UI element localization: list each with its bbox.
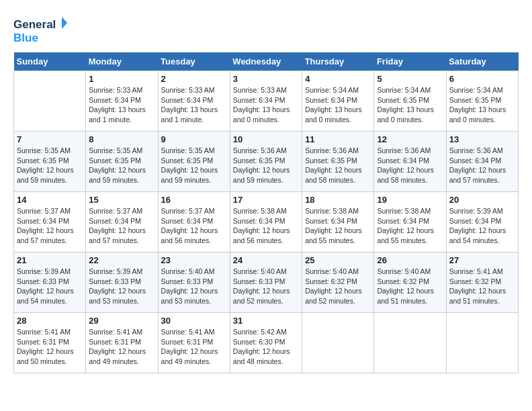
day-number: 19 bbox=[377, 195, 443, 205]
cell-info: Sunrise: 5:37 AMSunset: 6:34 PMDaylight:… bbox=[89, 207, 146, 244]
cell-info: Sunrise: 5:34 AMSunset: 6:34 PMDaylight:… bbox=[305, 86, 362, 124]
cell-info: Sunrise: 5:36 AMSunset: 6:35 PMDaylight:… bbox=[233, 146, 290, 184]
calendar-cell: 23Sunrise: 5:40 AMSunset: 6:33 PMDayligh… bbox=[158, 253, 230, 313]
day-number: 24 bbox=[233, 255, 299, 265]
calendar-cell: 30Sunrise: 5:41 AMSunset: 6:31 PMDayligh… bbox=[158, 313, 230, 373]
day-number: 21 bbox=[17, 255, 83, 265]
column-header-saturday: Saturday bbox=[446, 52, 518, 71]
column-header-tuesday: Tuesday bbox=[158, 52, 230, 71]
cell-info: Sunrise: 5:37 AMSunset: 6:34 PMDaylight:… bbox=[17, 207, 74, 244]
calendar-cell: 11Sunrise: 5:36 AMSunset: 6:35 PMDayligh… bbox=[302, 132, 374, 192]
cell-info: Sunrise: 5:35 AMSunset: 6:35 PMDaylight:… bbox=[17, 146, 74, 184]
column-header-friday: Friday bbox=[374, 52, 446, 71]
day-number: 28 bbox=[17, 316, 83, 326]
calendar-cell: 2Sunrise: 5:33 AMSunset: 6:34 PMDaylight… bbox=[158, 71, 230, 132]
day-number: 31 bbox=[233, 316, 299, 326]
calendar-cell: 29Sunrise: 5:41 AMSunset: 6:31 PMDayligh… bbox=[86, 313, 158, 373]
cell-info: Sunrise: 5:39 AMSunset: 6:34 PMDaylight:… bbox=[449, 207, 506, 244]
logo-svg: General Blue bbox=[13, 13, 67, 47]
calendar-cell: 7Sunrise: 5:35 AMSunset: 6:35 PMDaylight… bbox=[14, 132, 86, 192]
day-number: 1 bbox=[89, 74, 154, 84]
day-number: 3 bbox=[233, 74, 299, 84]
day-number: 26 bbox=[377, 255, 443, 265]
calendar-cell: 25Sunrise: 5:40 AMSunset: 6:32 PMDayligh… bbox=[302, 253, 374, 313]
day-number: 5 bbox=[377, 74, 443, 84]
calendar-week-row: 21Sunrise: 5:39 AMSunset: 6:33 PMDayligh… bbox=[14, 253, 519, 313]
day-number: 30 bbox=[161, 316, 227, 326]
column-header-sunday: Sunday bbox=[14, 52, 86, 71]
cell-info: Sunrise: 5:34 AMSunset: 6:35 PMDaylight:… bbox=[449, 86, 506, 124]
calendar-cell: 3Sunrise: 5:33 AMSunset: 6:34 PMDaylight… bbox=[230, 71, 302, 132]
calendar-cell: 31Sunrise: 5:42 AMSunset: 6:30 PMDayligh… bbox=[230, 313, 302, 373]
calendar-cell: 10Sunrise: 5:36 AMSunset: 6:35 PMDayligh… bbox=[230, 132, 302, 192]
column-header-monday: Monday bbox=[86, 52, 158, 71]
calendar-cell: 26Sunrise: 5:40 AMSunset: 6:32 PMDayligh… bbox=[374, 253, 446, 313]
calendar-cell: 19Sunrise: 5:38 AMSunset: 6:34 PMDayligh… bbox=[374, 192, 446, 253]
cell-info: Sunrise: 5:33 AMSunset: 6:34 PMDaylight:… bbox=[89, 86, 146, 124]
calendar-week-row: 14Sunrise: 5:37 AMSunset: 6:34 PMDayligh… bbox=[14, 192, 519, 253]
day-number: 8 bbox=[89, 134, 154, 144]
day-number: 27 bbox=[449, 255, 515, 265]
day-number: 11 bbox=[305, 134, 371, 144]
calendar-cell: 9Sunrise: 5:35 AMSunset: 6:35 PMDaylight… bbox=[158, 132, 230, 192]
day-number: 13 bbox=[449, 134, 515, 144]
day-number: 10 bbox=[233, 134, 299, 144]
cell-info: Sunrise: 5:41 AMSunset: 6:31 PMDaylight:… bbox=[17, 328, 74, 365]
cell-info: Sunrise: 5:42 AMSunset: 6:30 PMDaylight:… bbox=[233, 328, 290, 365]
day-number: 7 bbox=[17, 134, 83, 144]
day-number: 18 bbox=[305, 195, 371, 205]
calendar-cell bbox=[374, 313, 446, 373]
calendar-cell: 27Sunrise: 5:41 AMSunset: 6:32 PMDayligh… bbox=[446, 253, 518, 313]
day-number: 12 bbox=[377, 134, 443, 144]
cell-info: Sunrise: 5:41 AMSunset: 6:32 PMDaylight:… bbox=[449, 267, 506, 305]
calendar-cell: 14Sunrise: 5:37 AMSunset: 6:34 PMDayligh… bbox=[14, 192, 86, 253]
calendar-cell: 21Sunrise: 5:39 AMSunset: 6:33 PMDayligh… bbox=[14, 253, 86, 313]
calendar-header-row: SundayMondayTuesdayWednesdayThursdayFrid… bbox=[14, 52, 519, 71]
calendar-cell: 5Sunrise: 5:34 AMSunset: 6:35 PMDaylight… bbox=[374, 71, 446, 132]
day-number: 6 bbox=[449, 74, 515, 84]
day-number: 25 bbox=[305, 255, 371, 265]
cell-info: Sunrise: 5:36 AMSunset: 6:34 PMDaylight:… bbox=[449, 146, 506, 184]
cell-info: Sunrise: 5:33 AMSunset: 6:34 PMDaylight:… bbox=[161, 86, 218, 124]
cell-info: Sunrise: 5:37 AMSunset: 6:34 PMDaylight:… bbox=[161, 207, 218, 244]
calendar-cell: 18Sunrise: 5:38 AMSunset: 6:34 PMDayligh… bbox=[302, 192, 374, 253]
svg-marker-2 bbox=[62, 17, 67, 29]
cell-info: Sunrise: 5:41 AMSunset: 6:31 PMDaylight:… bbox=[89, 328, 146, 365]
column-header-thursday: Thursday bbox=[302, 52, 374, 71]
cell-info: Sunrise: 5:35 AMSunset: 6:35 PMDaylight:… bbox=[161, 146, 218, 184]
calendar-week-row: 1Sunrise: 5:33 AMSunset: 6:34 PMDaylight… bbox=[14, 71, 519, 132]
cell-info: Sunrise: 5:40 AMSunset: 6:32 PMDaylight:… bbox=[377, 267, 434, 305]
calendar-cell bbox=[14, 71, 86, 132]
column-header-wednesday: Wednesday bbox=[230, 52, 302, 71]
calendar-cell: 4Sunrise: 5:34 AMSunset: 6:34 PMDaylight… bbox=[302, 71, 374, 132]
day-number: 17 bbox=[233, 195, 299, 205]
day-number: 29 bbox=[89, 316, 154, 326]
calendar-cell bbox=[446, 313, 518, 373]
cell-info: Sunrise: 5:41 AMSunset: 6:31 PMDaylight:… bbox=[161, 328, 218, 365]
calendar-cell: 1Sunrise: 5:33 AMSunset: 6:34 PMDaylight… bbox=[86, 71, 158, 132]
logo: General Blue bbox=[13, 13, 67, 47]
calendar-cell: 28Sunrise: 5:41 AMSunset: 6:31 PMDayligh… bbox=[14, 313, 86, 373]
calendar-cell bbox=[302, 313, 374, 373]
day-number: 14 bbox=[17, 195, 83, 205]
cell-info: Sunrise: 5:33 AMSunset: 6:34 PMDaylight:… bbox=[233, 86, 290, 124]
day-number: 4 bbox=[305, 74, 371, 84]
cell-info: Sunrise: 5:40 AMSunset: 6:33 PMDaylight:… bbox=[233, 267, 290, 305]
cell-info: Sunrise: 5:40 AMSunset: 6:32 PMDaylight:… bbox=[305, 267, 362, 305]
day-number: 2 bbox=[161, 74, 227, 84]
cell-info: Sunrise: 5:39 AMSunset: 6:33 PMDaylight:… bbox=[17, 267, 74, 305]
calendar-cell: 12Sunrise: 5:36 AMSunset: 6:34 PMDayligh… bbox=[374, 132, 446, 192]
day-number: 15 bbox=[89, 195, 154, 205]
svg-text:General: General bbox=[13, 18, 56, 31]
calendar-cell: 17Sunrise: 5:38 AMSunset: 6:34 PMDayligh… bbox=[230, 192, 302, 253]
cell-info: Sunrise: 5:39 AMSunset: 6:33 PMDaylight:… bbox=[89, 267, 146, 305]
day-number: 9 bbox=[161, 134, 227, 144]
calendar-cell: 24Sunrise: 5:40 AMSunset: 6:33 PMDayligh… bbox=[230, 253, 302, 313]
cell-info: Sunrise: 5:38 AMSunset: 6:34 PMDaylight:… bbox=[233, 207, 290, 244]
cell-info: Sunrise: 5:40 AMSunset: 6:33 PMDaylight:… bbox=[161, 267, 218, 305]
day-number: 23 bbox=[161, 255, 227, 265]
cell-info: Sunrise: 5:38 AMSunset: 6:34 PMDaylight:… bbox=[377, 207, 434, 244]
calendar-cell: 20Sunrise: 5:39 AMSunset: 6:34 PMDayligh… bbox=[446, 192, 518, 253]
calendar-cell: 15Sunrise: 5:37 AMSunset: 6:34 PMDayligh… bbox=[86, 192, 158, 253]
svg-text:Blue: Blue bbox=[13, 32, 38, 44]
